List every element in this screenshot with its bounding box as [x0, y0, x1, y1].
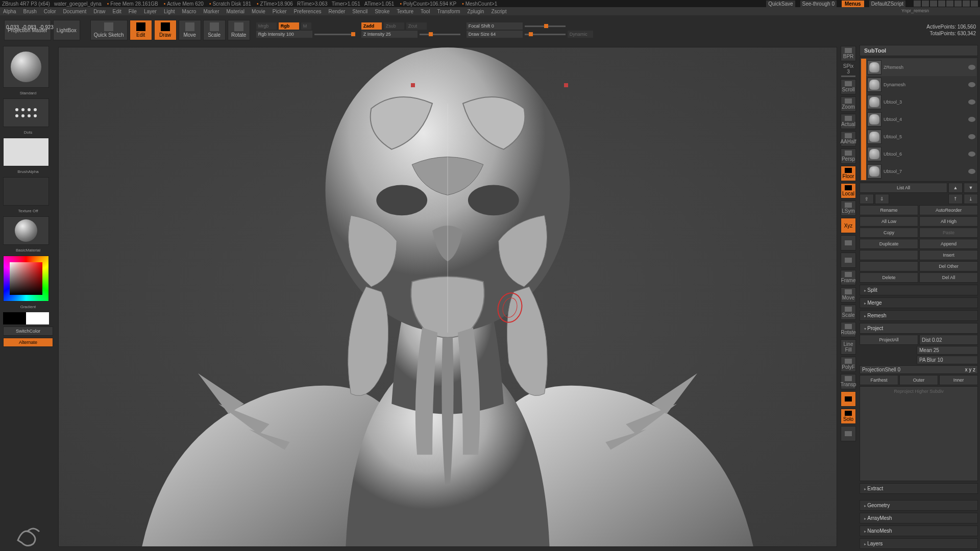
- nanomesh-section[interactable]: NanoMesh: [860, 525, 978, 536]
- maximize-button[interactable]: [963, 1, 970, 7]
- polyf-button[interactable]: PolyF: [841, 357, 856, 372]
- arraymesh-section[interactable]: ArrayMesh: [860, 513, 978, 523]
- menu-zplugin[interactable]: Zplugin: [468, 9, 484, 14]
- m-button[interactable]: M: [301, 22, 311, 30]
- menu-file[interactable]: File: [129, 9, 137, 14]
- subtool-item[interactable]: Ubtool_5: [866, 128, 976, 145]
- extract-section[interactable]: Extract: [860, 483, 978, 494]
- list-all-button[interactable]: List All: [860, 183, 947, 193]
- arrow-down-icon[interactable]: ▼: [964, 183, 978, 193]
- move-bottom-icon[interactable]: ⤓: [964, 194, 978, 204]
- menu-marker[interactable]: Marker: [203, 9, 219, 14]
- transform-handle[interactable]: [564, 83, 568, 87]
- quick-sketch-button[interactable]: Quick Sketch: [90, 20, 128, 40]
- switch-color-button[interactable]: SwitchColor: [3, 327, 53, 336]
- eye-icon[interactable]: [968, 134, 975, 139]
- layers-section[interactable]: Layers: [860, 538, 978, 549]
- stroke-selector[interactable]: [3, 98, 49, 127]
- subtool-item[interactable]: ZRemesh: [866, 59, 976, 76]
- primary-color[interactable]: [26, 312, 49, 324]
- spix-slider[interactable]: SPix 3: [841, 63, 855, 77]
- scroll-button[interactable]: Scroll: [841, 79, 856, 94]
- merge-section[interactable]: Merge: [860, 297, 978, 308]
- default-zscript[interactable]: DefaultZScript: [869, 1, 905, 7]
- menu-brush[interactable]: Brush: [23, 9, 37, 14]
- gradient-label[interactable]: Gradient: [3, 304, 53, 310]
- quicksave-button[interactable]: QuickSave: [766, 1, 795, 7]
- menu-alpha[interactable]: Alpha: [3, 9, 16, 14]
- delete-button[interactable]: Delete: [860, 272, 918, 283]
- frame-button[interactable]: Frame: [841, 270, 856, 285]
- eye-icon[interactable]: [968, 82, 975, 87]
- ghost-button[interactable]: [841, 391, 856, 407]
- all-low-button[interactable]: All Low: [860, 216, 918, 227]
- del-other-button[interactable]: Del Other: [919, 261, 978, 271]
- color-picker[interactable]: [3, 256, 49, 302]
- aahalf-button[interactable]: AAHalf: [841, 131, 856, 146]
- alpha-selector[interactable]: [3, 138, 49, 166]
- menu-texture[interactable]: Texture: [397, 9, 413, 14]
- transform-handle[interactable]: [411, 83, 415, 87]
- material-selector[interactable]: [3, 216, 49, 245]
- edit-button[interactable]: Edit: [130, 20, 152, 40]
- zsub-button[interactable]: Zsub: [384, 22, 404, 30]
- copy-button[interactable]: Copy: [860, 228, 918, 238]
- zcut-button[interactable]: Zcut: [406, 22, 427, 30]
- menu-picker[interactable]: Picker: [273, 9, 287, 14]
- xpose-button[interactable]: [841, 426, 856, 441]
- menu-render[interactable]: Render: [329, 9, 346, 14]
- menu-light[interactable]: Light: [164, 9, 175, 14]
- close-button[interactable]: [971, 1, 978, 7]
- autoreorder-button[interactable]: AutoReorder: [919, 205, 978, 215]
- floor-button[interactable]: Floor: [841, 166, 856, 181]
- linefill-button[interactable]: Line Fill: [841, 339, 856, 355]
- insert-button[interactable]: Insert: [919, 250, 978, 260]
- dist-slider[interactable]: Dist 0.02: [919, 335, 978, 345]
- layout-btn-4[interactable]: [938, 1, 945, 7]
- lightbox-button[interactable]: LightBox: [53, 20, 80, 40]
- layout-btn-3[interactable]: [930, 1, 937, 7]
- project-section[interactable]: Project: [860, 323, 978, 334]
- eye-icon[interactable]: [968, 99, 975, 105]
- menu-document[interactable]: Document: [63, 9, 87, 14]
- inner-button[interactable]: Inner: [939, 375, 978, 385]
- rgb-intensity-slider[interactable]: Rgb Intensity 100: [256, 31, 312, 38]
- reproject-button[interactable]: Reproject Higher Subdiv: [860, 386, 978, 481]
- menu-movie[interactable]: Movie: [252, 9, 265, 14]
- actual-button[interactable]: Actual: [841, 114, 856, 129]
- outer-button[interactable]: Outer: [899, 375, 938, 385]
- projection-master-button[interactable]: Projection Master: [4, 20, 51, 40]
- menu-layer[interactable]: Layer: [144, 9, 157, 14]
- dynamic-button[interactable]: Dynamic: [568, 31, 593, 38]
- solo-button[interactable]: Solo: [841, 409, 856, 424]
- menu-stencil[interactable]: Stencil: [352, 9, 368, 14]
- texture-selector[interactable]: [3, 177, 49, 206]
- layout-btn-1[interactable]: [914, 1, 921, 7]
- menu-draw[interactable]: Draw: [93, 9, 105, 14]
- zadd-button[interactable]: Zadd: [361, 22, 382, 30]
- subtool-scrollbar[interactable]: [861, 59, 866, 180]
- rgb-button[interactable]: Rgb: [279, 22, 299, 30]
- subtool-item[interactable]: Dynamesh: [866, 76, 976, 93]
- rotate-tool-button[interactable]: Rotate: [841, 322, 856, 337]
- move-top-icon[interactable]: ⤒: [948, 194, 963, 204]
- eye-icon[interactable]: [968, 117, 975, 122]
- mean-slider[interactable]: Mean 25: [917, 346, 978, 355]
- subtool-item[interactable]: Ubtool_4: [866, 111, 976, 128]
- farthest-button[interactable]: Farthest: [860, 375, 898, 385]
- lasso-icon[interactable]: [841, 253, 856, 268]
- zoom-button[interactable]: Zoom: [841, 96, 856, 112]
- all-high-button[interactable]: All High: [919, 216, 978, 227]
- transp-button[interactable]: Transp: [841, 374, 856, 389]
- z-intensity-slider[interactable]: Z Intensity 25: [361, 31, 418, 38]
- append-button[interactable]: Append: [919, 239, 978, 249]
- seethrough-slider[interactable]: See-through 0: [800, 1, 837, 7]
- remesh-section[interactable]: Remesh: [860, 310, 978, 321]
- brush-selector[interactable]: [3, 46, 49, 88]
- focal-shift-slider[interactable]: Focal Shift 0: [467, 22, 523, 30]
- rotate-button[interactable]: Rotate: [228, 20, 250, 40]
- draw-button[interactable]: Draw: [154, 20, 177, 40]
- move-down-icon[interactable]: ⇩: [875, 194, 889, 204]
- rename-button[interactable]: Rename: [860, 205, 918, 215]
- menu-transform[interactable]: Transform: [437, 9, 460, 14]
